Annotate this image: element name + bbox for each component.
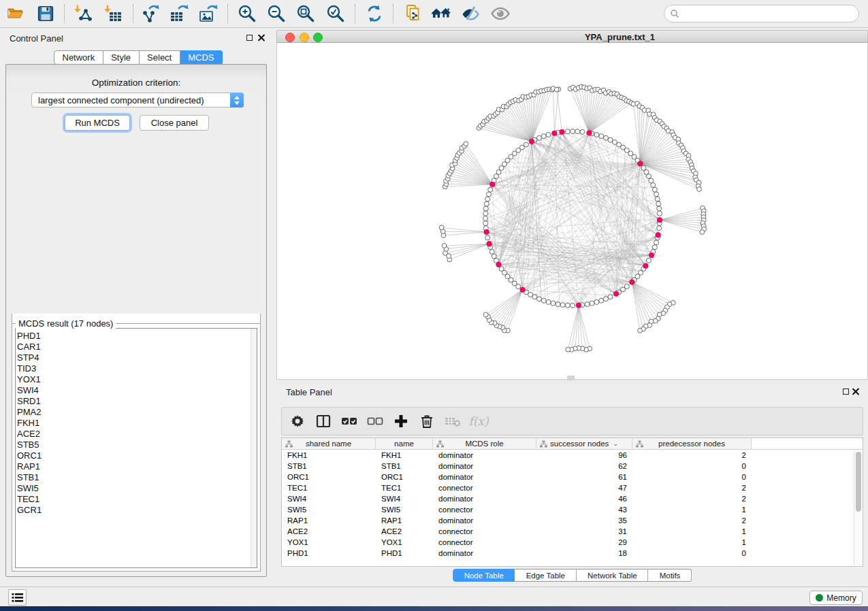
optimization-criterion-select[interactable]: largest connected component (undirected) (31, 93, 244, 108)
table-panel-close-icon[interactable] (852, 388, 859, 395)
zoom-out-icon[interactable] (266, 3, 287, 24)
mcds-result-item[interactable]: SRD1 (17, 396, 257, 407)
mcds-result-item[interactable]: YOX1 (17, 374, 257, 385)
export-table-icon[interactable] (169, 3, 189, 24)
deselect-all-icon[interactable] (362, 411, 388, 431)
table-row[interactable]: SWI4SWI4dominator462 (282, 493, 863, 504)
zoom-fit-icon[interactable] (295, 3, 316, 24)
window-minimize-light[interactable] (300, 33, 309, 42)
window-zoom-light[interactable] (313, 33, 323, 42)
cell-successor-nodes: 18 (536, 548, 632, 559)
refresh-icon[interactable] (364, 3, 385, 24)
cell-predecessor-nodes: 1 (632, 537, 752, 548)
mcds-result-item[interactable]: PMA2 (17, 407, 257, 418)
table-tab-motifs[interactable]: Motifs (649, 569, 692, 582)
mcds-result-item[interactable]: FKH1 (17, 418, 257, 429)
open-session-icon[interactable] (5, 3, 26, 24)
table-row[interactable]: STB1STB1dominator620 (282, 461, 863, 472)
network-window-titlebar: YPA_prune.txt_1 (276, 30, 868, 43)
mcds-result-item[interactable]: TID3 (17, 363, 257, 374)
memory-button[interactable]: Memory (809, 591, 863, 605)
mcds-result-item[interactable]: CAR1 (17, 342, 257, 352)
import-table-icon[interactable] (103, 3, 123, 24)
mcds-result-item[interactable]: PHD1 (17, 331, 257, 342)
select-stepper-icon (230, 93, 244, 108)
window-close-light[interactable] (285, 33, 295, 42)
control-panel-close-icon[interactable] (257, 34, 265, 42)
table-row[interactable]: SWI5SWI5connector431 (282, 504, 863, 515)
column-header-predecessor-nodes[interactable]: predecessor nodes (632, 438, 752, 449)
delete-column-icon[interactable] (414, 411, 440, 431)
horizontal-splitter[interactable] (276, 380, 868, 384)
function-builder-icon[interactable]: f(x) (466, 411, 492, 431)
export-network-icon[interactable] (140, 3, 161, 24)
control-panel-float-icon[interactable] (246, 35, 253, 41)
control-tab-network[interactable]: Network (54, 50, 103, 65)
table-scrollbar-thumb[interactable] (856, 452, 861, 512)
cell-successor-nodes: 61 (536, 472, 632, 482)
mcds-result-item[interactable]: SWI5 (17, 483, 257, 494)
table-row[interactable]: RAP1RAP1dominator352 (282, 515, 863, 526)
mcds-result-item[interactable]: ACE2 (17, 429, 257, 440)
zoom-in-icon[interactable] (237, 3, 257, 24)
add-column-icon[interactable] (388, 411, 414, 431)
hide-eye-icon[interactable] (460, 3, 481, 24)
delete-table-icon[interactable] (440, 411, 466, 431)
table-row[interactable]: ACE2ACE2connector311 (282, 526, 863, 537)
search-input[interactable] (664, 5, 859, 22)
table-settings-icon[interactable] (285, 411, 310, 431)
mcds-result-item[interactable]: RAP1 (17, 461, 257, 472)
column-header-shared-name[interactable]: shared name (282, 438, 376, 449)
desktop-wallpaper-strip (0, 606, 868, 611)
cell-successor-nodes: 47 (536, 482, 632, 493)
network-canvas[interactable] (276, 43, 868, 380)
import-network-icon[interactable] (73, 3, 93, 24)
show-eye-icon[interactable] (490, 3, 511, 24)
table-tab-node-table[interactable]: Node Table (453, 569, 515, 582)
home-icon[interactable] (431, 3, 451, 24)
cell-name: FKH1 (376, 450, 433, 461)
mcds-result-item[interactable]: STB5 (17, 440, 257, 450)
column-header-name[interactable]: name (376, 438, 433, 449)
select-all-icon[interactable] (336, 411, 362, 431)
control-tab-style[interactable]: Style (103, 50, 140, 65)
mcds-result-label: MCDS result (17 nodes) (16, 318, 116, 329)
table-row[interactable]: PHD1PHD1dominator180 (282, 548, 863, 559)
save-session-icon[interactable] (35, 3, 56, 24)
mcds-result-item[interactable]: GCR1 (17, 505, 257, 516)
close-panel-button[interactable]: Close panel (140, 115, 209, 131)
cell-mcds-role: connector (433, 526, 536, 537)
mcds-result-item[interactable]: STB1 (17, 472, 257, 483)
column-header-successor-nodes[interactable]: successor nodes⌄ (536, 438, 632, 449)
cell-mcds-role: connector (433, 537, 536, 548)
task-history-button[interactable] (8, 589, 27, 606)
table-panel-float-icon[interactable] (843, 389, 849, 395)
control-tab-mcds[interactable]: MCDS (180, 50, 223, 65)
mcds-result-item[interactable]: STP4 (17, 352, 257, 363)
column-header-MCDS-role[interactable]: MCDS role (433, 438, 536, 449)
copy-network-icon[interactable] (403, 3, 423, 24)
cell-mcds-role: dominator (433, 461, 536, 472)
cell-successor-nodes: 31 (536, 526, 632, 537)
table-tab-network-table[interactable]: Network Table (577, 569, 649, 582)
cell-mcds-role: dominator (433, 548, 536, 559)
control-tab-select[interactable]: Select (140, 50, 180, 65)
cell-predecessor-nodes: 0 (632, 472, 752, 482)
cell-shared-name: SWI4 (282, 493, 376, 504)
mcds-result-item[interactable]: TEC1 (17, 494, 257, 505)
export-image-icon[interactable] (198, 3, 219, 24)
table-scrollbar[interactable] (854, 450, 862, 565)
zoom-selected-icon[interactable] (325, 3, 346, 24)
column-layout-icon[interactable] (310, 411, 336, 431)
table-row[interactable]: FKH1FKH1dominator962 (282, 450, 863, 461)
table-row[interactable]: ORC1ORC1dominator610 (282, 472, 863, 482)
table-row[interactable]: TEC1TEC1connector472 (282, 482, 863, 493)
mcds-result-item[interactable]: SWI4 (17, 385, 257, 396)
table-row[interactable]: YOX1YOX1connector291 (282, 537, 863, 548)
mcds-list-scrollbar[interactable] (251, 329, 257, 567)
network-graph (277, 43, 867, 380)
mcds-result-item[interactable]: ORC1 (17, 450, 257, 461)
cell-name: SWI4 (376, 493, 433, 504)
run-mcds-button[interactable]: Run MCDS (65, 115, 130, 131)
table-tab-edge-table[interactable]: Edge Table (515, 569, 577, 582)
